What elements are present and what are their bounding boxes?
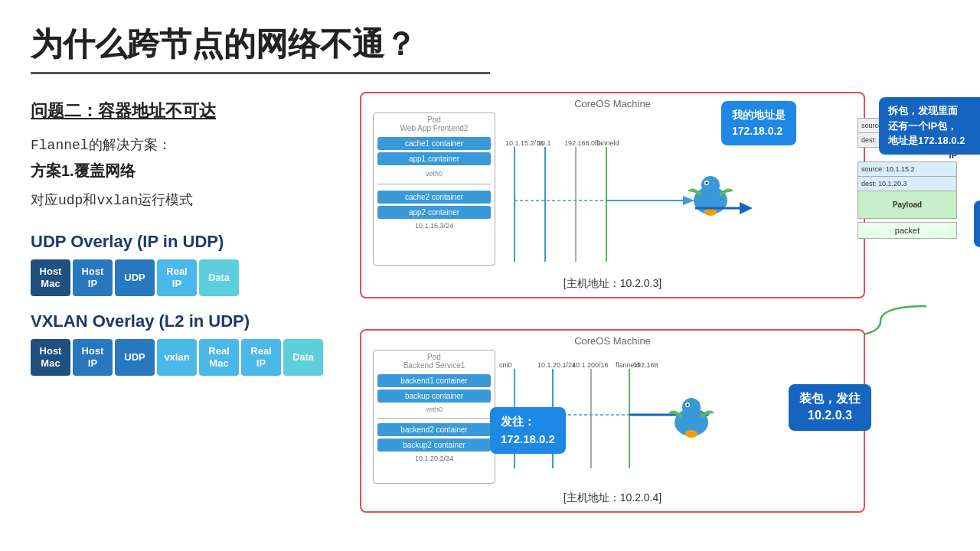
svg-point-32 (682, 398, 701, 416)
pkt-host-ip: HostIP (73, 259, 113, 296)
top-diagram: CoreOS Machine PodWeb App Frontend2 cach… (360, 92, 865, 298)
mac-payload: Payload (858, 191, 957, 219)
udp-note: 对应udp和vxlan运行模式 (31, 191, 352, 209)
bottom-veth-divider (377, 418, 491, 419)
svg-text:10.1.20.1/24: 10.1.20.1/24 (537, 361, 576, 369)
udp-overlay-title: UDP Overlay (IP in UDP) (31, 232, 352, 252)
bottom-coreos-label: CoreOS Machine (574, 335, 651, 347)
bottom-flannel-bird (665, 392, 718, 448)
left-panel: 问题二：容器地址不可达 Flannel的解决方案： 方案1.覆盖网络 对应udp… (31, 99, 352, 391)
pkt-real-ip: RealIP (157, 259, 197, 296)
svg-text:192.168: 192.168 (633, 361, 658, 369)
top-subnet: 10.1.15.3/24 (374, 222, 495, 230)
bottom-pack-label: 装包，发往10.2.0.3 (789, 384, 871, 431)
backup-container: backup container (377, 390, 491, 403)
pkt2-real-mac: RealMac (199, 339, 239, 376)
vxlan-overlay-title: VXLAN Overlay (L2 in UDP) (31, 311, 352, 331)
page: 为什么跨节点的网络不通？ 问题二：容器地址不可达 Flannel的解决方案： 方… (0, 0, 980, 551)
svg-text:10.1: 10.1 (537, 139, 551, 147)
pkt2-real-ip: RealIP (241, 339, 281, 376)
bottom-diagram: CoreOS Machine PodBackend Service1 backe… (360, 329, 865, 513)
svg-text:cni0: cni0 (499, 361, 512, 369)
bottom-pod-box: PodBackend Service1 backend1 container b… (373, 350, 495, 484)
udp-packet-row: HostMac HostIP UDP RealIP Data (31, 259, 352, 296)
top-send-label: 发往10.2.0.3 (974, 201, 980, 247)
top-bubble2: 拆包，发现里面还有一个IP包，地址是172.18.0.2 (879, 97, 980, 155)
app2-container: app2 container (377, 206, 491, 219)
top-network-svg: 10.1.15.2/16 10.1 192.168.0.1 flanneld (492, 139, 706, 277)
cache2-container: cache2 container (377, 191, 491, 204)
top-arrow-right (695, 193, 756, 223)
pkt-data: Data (199, 259, 239, 296)
solution-line1: Flannel的解决方案： (31, 133, 352, 158)
svg-text:flanneld: flanneld (595, 139, 619, 147)
bottom-subnet: 10.1.20.2/24 (374, 455, 495, 462)
pkt2-data: Data (283, 339, 323, 376)
page-title: 为什么跨节点的网络不通？ (31, 23, 949, 66)
title-divider (31, 72, 490, 74)
pkt2-host-ip: HostIP (73, 339, 113, 376)
app1-container: app1 container (377, 152, 491, 165)
top-coreos-label: CoreOS Machine (574, 98, 651, 109)
mac-packet: packet (858, 222, 957, 239)
pkt2-vxlan: vxlan (157, 339, 197, 376)
top-veth-divider (377, 184, 491, 184)
svg-point-12 (701, 176, 720, 194)
vxlan-packet-row: HostMac HostIP UDP vxlan RealMac RealIP … (31, 339, 352, 376)
top-pod-box: PodWeb App Frontend2 cache1 container ap… (373, 112, 495, 266)
udp-overlay-section: UDP Overlay (IP in UDP) HostMac HostIP U… (31, 232, 352, 376)
backup2-container: backup2 container (377, 439, 491, 452)
svg-marker-17 (740, 202, 753, 214)
top-veth: veth0 (377, 170, 491, 178)
bottom-host-addr: [主机地址：10.2.0.4] (564, 491, 662, 505)
backend2-container: backend2 container (377, 423, 491, 436)
top-pod-label: PodWeb App Frontend2 (374, 113, 495, 135)
svg-point-35 (687, 404, 689, 406)
mac-source2: source: 10.1.15.2 (858, 161, 957, 177)
solution-line2: 方案1.覆盖网络 (31, 161, 352, 181)
mac-dest2: dest: 10.1.20.3 (858, 177, 957, 191)
bottom-pod-label: PodBackend Service1 (374, 350, 495, 372)
bottom-veth: veth0 (377, 406, 491, 413)
cache1-container: cache1 container (377, 137, 491, 150)
problem-title: 问题二：容器地址不可达 (31, 99, 352, 122)
pkt-host-mac: HostMac (31, 259, 70, 296)
pkt2-host-mac: HostMac (31, 339, 70, 376)
svg-point-15 (706, 182, 708, 184)
svg-text:10.1.200/16: 10.1.200/16 (572, 361, 609, 369)
pkt-udp: UDP (115, 259, 155, 296)
pkt2-udp: UDP (115, 339, 155, 376)
top-host-addr: [主机地址：10.2.0.3] (564, 277, 662, 291)
backend1-container: backend1 container (377, 374, 491, 387)
bottom-send-bubble: 发往：172.18.0.2 (490, 407, 566, 454)
svg-point-33 (685, 430, 697, 438)
top-bubble1: 我的地址是172.18.0.2 (721, 101, 796, 145)
